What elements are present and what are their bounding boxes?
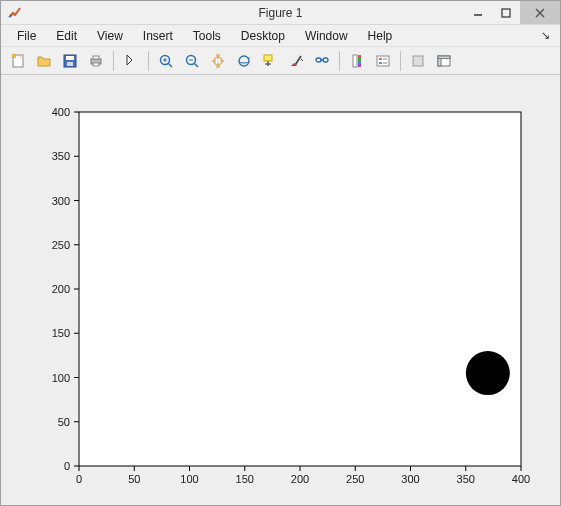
- svg-rect-7: [66, 56, 74, 60]
- x-tick-label: 300: [401, 473, 419, 485]
- toolbar-separator: [148, 51, 149, 71]
- svg-rect-10: [93, 56, 99, 59]
- x-tick-label: 50: [128, 473, 140, 485]
- svg-rect-29: [358, 58, 361, 61]
- svg-rect-32: [377, 56, 389, 66]
- x-tick-label: 250: [346, 473, 364, 485]
- y-tick-label: 200: [52, 283, 70, 295]
- x-tick-label: 400: [512, 473, 530, 485]
- menu-edit[interactable]: Edit: [46, 27, 87, 45]
- plot-box: [79, 112, 521, 466]
- y-tick-label: 300: [52, 195, 70, 207]
- svg-rect-37: [413, 56, 423, 66]
- x-tick-label: 200: [291, 473, 309, 485]
- menu-desktop[interactable]: Desktop: [231, 27, 295, 45]
- menu-insert[interactable]: Insert: [133, 27, 183, 45]
- y-tick-label: 250: [52, 239, 70, 251]
- data-cursor-button[interactable]: [258, 50, 282, 72]
- window-controls: [464, 1, 560, 24]
- menu-view[interactable]: View: [87, 27, 133, 45]
- menu-file[interactable]: File: [7, 27, 46, 45]
- open-file-button[interactable]: [32, 50, 56, 72]
- new-figure-button[interactable]: [6, 50, 30, 72]
- insert-legend-button[interactable]: [371, 50, 395, 72]
- svg-rect-28: [358, 55, 361, 58]
- close-button[interactable]: [520, 1, 560, 24]
- brush-button[interactable]: [284, 50, 308, 72]
- x-tick-label: 350: [457, 473, 475, 485]
- figure-window: Figure 1 File Edit View Insert Tools Des…: [0, 0, 561, 506]
- svg-line-17: [195, 63, 199, 67]
- insert-colorbar-button[interactable]: [345, 50, 369, 72]
- y-tick-label: 150: [52, 327, 70, 339]
- toolbar-separator: [400, 51, 401, 71]
- svg-rect-40: [438, 56, 450, 59]
- y-tick-label: 400: [52, 106, 70, 118]
- rotate-3d-button[interactable]: [232, 50, 256, 72]
- svg-point-5: [12, 54, 16, 58]
- print-figure-button[interactable]: [84, 50, 108, 72]
- zoom-in-button[interactable]: [154, 50, 178, 72]
- x-tick-label: 100: [180, 473, 198, 485]
- titlebar: Figure 1: [1, 1, 560, 25]
- hide-plot-tools-button[interactable]: [406, 50, 430, 72]
- save-figure-button[interactable]: [58, 50, 82, 72]
- edit-plot-button[interactable]: [119, 50, 143, 72]
- link-plot-button[interactable]: [310, 50, 334, 72]
- pan-button[interactable]: [206, 50, 230, 72]
- svg-line-13: [169, 63, 173, 67]
- toolbar-separator: [339, 51, 340, 71]
- y-tick-label: 100: [52, 372, 70, 384]
- svg-rect-27: [353, 55, 357, 67]
- svg-rect-1: [502, 9, 510, 17]
- y-tick-label: 0: [64, 460, 70, 472]
- svg-rect-31: [358, 64, 361, 67]
- svg-rect-20: [264, 55, 272, 61]
- matlab-icon: [7, 5, 23, 21]
- svg-line-23: [296, 56, 302, 65]
- minimize-button[interactable]: [464, 1, 492, 24]
- toolbar-separator: [113, 51, 114, 71]
- svg-rect-8: [67, 62, 73, 66]
- show-plot-tools-button[interactable]: [432, 50, 456, 72]
- axes[interactable]: 0501001502002503003504000501001502002503…: [1, 75, 560, 505]
- y-tick-label: 50: [58, 416, 70, 428]
- maximize-button[interactable]: [492, 1, 520, 24]
- data-point[interactable]: [466, 351, 510, 395]
- menu-window[interactable]: Window: [295, 27, 358, 45]
- x-tick-label: 0: [76, 473, 82, 485]
- toolbar: [1, 47, 560, 75]
- svg-rect-30: [358, 61, 361, 64]
- x-tick-label: 150: [236, 473, 254, 485]
- dock-arrow-icon[interactable]: ↘: [541, 29, 554, 42]
- zoom-out-button[interactable]: [180, 50, 204, 72]
- menubar: File Edit View Insert Tools Desktop Wind…: [1, 25, 560, 47]
- menu-help[interactable]: Help: [358, 27, 403, 45]
- svg-rect-11: [93, 63, 99, 66]
- axes-container: 0501001502002503003504000501001502002503…: [1, 75, 560, 505]
- svg-point-19: [239, 56, 249, 66]
- y-tick-label: 350: [52, 150, 70, 162]
- menu-tools[interactable]: Tools: [183, 27, 231, 45]
